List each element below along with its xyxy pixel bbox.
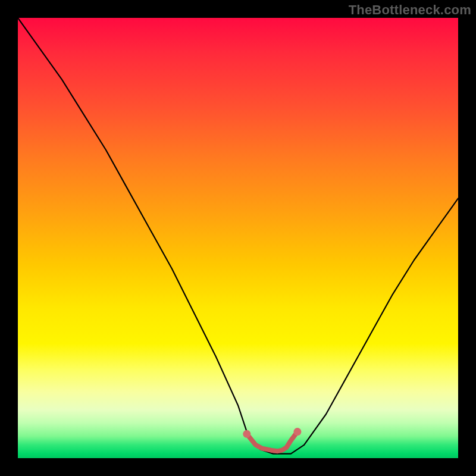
plot-area — [18, 18, 458, 458]
bottleneck-curve — [18, 18, 458, 454]
marker-dot — [243, 430, 250, 438]
watermark-text: TheBottleneck.com — [349, 2, 471, 18]
chart-svg — [18, 18, 458, 458]
optimal-range-markers — [243, 428, 301, 451]
marker-dot — [293, 428, 301, 436]
chart-container: TheBottleneck.com — [0, 0, 476, 476]
marker-path — [247, 432, 298, 452]
